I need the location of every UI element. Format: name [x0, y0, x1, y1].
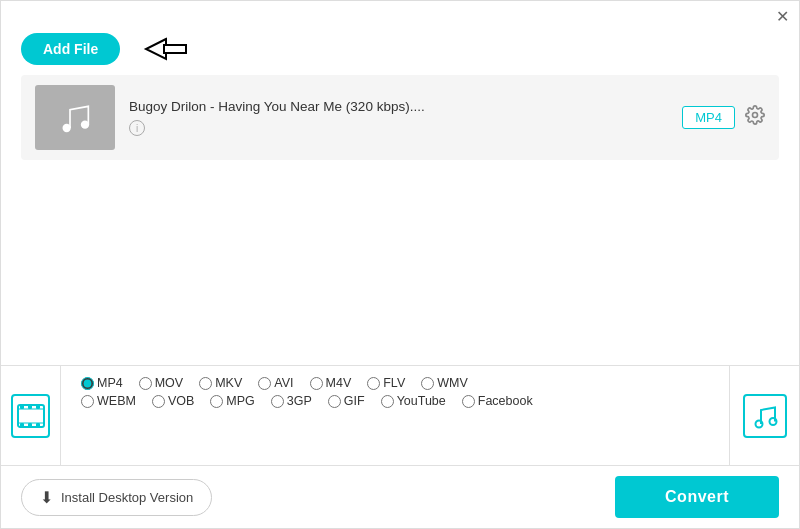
file-item: Bugoy Drilon - Having You Near Me (320 k…: [21, 75, 779, 160]
file-thumbnail: [35, 85, 115, 150]
svg-rect-12: [36, 423, 40, 427]
svg-rect-6: [18, 409, 44, 423]
install-button[interactable]: ⬇ Install Desktop Version: [21, 479, 212, 516]
title-bar: ✕: [1, 1, 799, 29]
install-label: Install Desktop Version: [61, 490, 193, 505]
svg-rect-11: [28, 423, 32, 427]
format-option-youtube[interactable]: YouTube: [381, 394, 446, 408]
gear-icon: [745, 105, 765, 125]
arrow-icon: [136, 34, 196, 64]
svg-rect-8: [28, 405, 32, 409]
format-option-facebook[interactable]: Facebook: [462, 394, 533, 408]
format-option-mkv[interactable]: MKV: [199, 376, 242, 390]
format-option-mov[interactable]: MOV: [139, 376, 183, 390]
music-panel-icon: [729, 366, 799, 465]
file-area: Bugoy Drilon - Having You Near Me (320 k…: [1, 75, 799, 220]
svg-point-4: [753, 113, 758, 118]
arrow-annotation: [136, 34, 196, 64]
format-row-2: WEBM VOB MPG 3GP GIF YouTube: [81, 394, 709, 408]
format-option-gif[interactable]: GIF: [328, 394, 365, 408]
format-option-vob[interactable]: VOB: [152, 394, 194, 408]
svg-rect-1: [164, 45, 186, 53]
info-icon[interactable]: i: [129, 120, 145, 136]
settings-button[interactable]: [745, 105, 765, 130]
format-option-wmv[interactable]: WMV: [421, 376, 468, 390]
format-option-flv[interactable]: FLV: [367, 376, 405, 390]
convert-button[interactable]: Convert: [615, 476, 779, 518]
format-row-1: MP4 MOV MKV AVI M4V FLV WM: [81, 376, 709, 390]
format-option-3gp[interactable]: 3GP: [271, 394, 312, 408]
bottom-panel: MP4 MOV MKV AVI M4V FLV WM: [1, 365, 799, 465]
toolbar: Add File: [1, 29, 799, 75]
music-thumbnail-icon: [55, 98, 95, 138]
file-name: Bugoy Drilon - Having You Near Me (320 k…: [129, 99, 668, 114]
format-option-mp4[interactable]: MP4: [81, 376, 123, 390]
close-button[interactable]: ✕: [776, 9, 789, 25]
svg-point-2: [63, 123, 71, 131]
film-icon-svg: [16, 401, 46, 431]
format-panel: MP4 MOV MKV AVI M4V FLV WM: [61, 366, 729, 465]
format-option-webm[interactable]: WEBM: [81, 394, 136, 408]
add-file-button[interactable]: Add File: [21, 33, 120, 65]
format-option-mpg[interactable]: MPG: [210, 394, 254, 408]
format-icon-box: [1, 366, 61, 465]
file-info: Bugoy Drilon - Having You Near Me (320 k…: [129, 99, 668, 136]
svg-rect-9: [36, 405, 40, 409]
format-option-avi[interactable]: AVI: [258, 376, 293, 390]
svg-rect-7: [20, 405, 24, 409]
action-bar: ⬇ Install Desktop Version Convert: [1, 465, 799, 528]
svg-point-3: [81, 120, 89, 128]
spacer: [1, 220, 799, 365]
download-icon: ⬇: [40, 488, 53, 507]
music-box-icon: [743, 394, 787, 438]
main-window: ✕ Add File Bugoy Drilon - H: [1, 1, 799, 528]
file-actions: MP4: [682, 105, 765, 130]
format-option-m4v[interactable]: M4V: [310, 376, 352, 390]
format-badge[interactable]: MP4: [682, 106, 735, 129]
svg-rect-10: [20, 423, 24, 427]
music-note-icon: [751, 402, 779, 430]
film-icon: [11, 394, 50, 438]
